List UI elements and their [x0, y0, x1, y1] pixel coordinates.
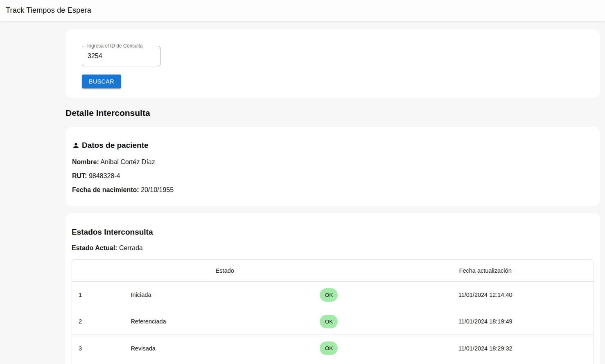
row-num: 3 [72, 345, 124, 352]
main-content: Ingresa el ID de Consulta BUSCAR Detalle… [65, 29, 600, 364]
patient-rut-value: 9848328-4 [89, 172, 120, 179]
consulta-id-input[interactable] [82, 46, 160, 66]
patient-name-label: Nombre: [72, 158, 99, 165]
states-card: Estados Interconsulta Estado Actual: Cer… [65, 213, 600, 364]
table-row: 3 Revisada OK 11/01/2024 18:29:32 [72, 335, 594, 362]
row-fecha: 11/01/2024 18:29:32 [377, 345, 594, 352]
header-cell-estado: Estado [124, 267, 325, 274]
patient-name-value: Anibal Cortéz Díaz [100, 158, 155, 165]
person-icon [72, 142, 80, 149]
patient-birthdate-value: 20/10/1955 [141, 186, 174, 193]
row-badge-cell: OK [281, 341, 377, 355]
row-badge-cell: OK [281, 315, 377, 328]
patient-card-title: Datos de paciente [82, 141, 149, 150]
patient-birthdate-line: Fecha de nacimiento: 20/10/1955 [72, 186, 594, 194]
table-row: 1 Iniciada OK 11/01/2024 12:14:40 [72, 282, 594, 308]
search-card: Ingresa el ID de Consulta BUSCAR [65, 29, 600, 97]
patient-name-line: Nombre: Anibal Cortéz Díaz [72, 158, 594, 166]
patient-card-header: Datos de paciente [72, 141, 594, 150]
buscar-button[interactable]: BUSCAR [82, 75, 121, 88]
patient-rut-label: RUT: [72, 172, 87, 179]
status-badge: OK [320, 288, 338, 302]
row-num: 1 [72, 292, 124, 298]
patient-rut-line: RUT: 9848328-4 [72, 172, 594, 180]
row-estado: Revisada [124, 345, 280, 352]
app-header: Track Tiempos de Espera [0, 0, 605, 21]
consulta-id-field-wrapper: Ingresa el ID de Consulta [82, 46, 160, 66]
current-state-value: Cerrada [119, 244, 143, 251]
row-estado: Referenciada [124, 318, 280, 325]
current-state-label: Estado Actual: [72, 244, 117, 251]
status-badge: OK [320, 315, 338, 328]
app-title: Track Tiempos de Espera [6, 6, 91, 15]
states-table-body: 1 Iniciada OK 11/01/2024 12:14:40 2 Refe… [72, 282, 594, 362]
row-fecha: 11/01/2024 18:19:49 [377, 318, 594, 325]
patient-card: Datos de paciente Nombre: Anibal Cortéz … [65, 127, 600, 206]
states-table-header-row: Estado Fecha actualización [72, 260, 594, 282]
row-badge-cell: OK [281, 288, 377, 302]
states-table: Estado Fecha actualización 1 Iniciada OK… [72, 259, 594, 364]
table-row: 2 Referenciada OK 11/01/2024 18:19:49 [72, 308, 594, 335]
row-num: 2 [72, 318, 124, 325]
states-card-title: Estados Interconsulta [72, 228, 594, 237]
status-badge: OK [320, 341, 338, 355]
patient-birthdate-label: Fecha de nacimiento: [72, 186, 139, 193]
row-estado: Iniciada [124, 292, 280, 298]
current-state-line: Estado Actual: Cerrada [72, 244, 594, 252]
page-title: Detalle Interconsulta [65, 108, 600, 118]
row-fecha: 11/01/2024 12:14:40 [377, 292, 594, 298]
consulta-id-field-label: Ingresa el ID de Consulta [86, 43, 144, 49]
table-row-partial [72, 362, 594, 364]
header-cell-fecha: Fecha actualización [377, 267, 594, 274]
